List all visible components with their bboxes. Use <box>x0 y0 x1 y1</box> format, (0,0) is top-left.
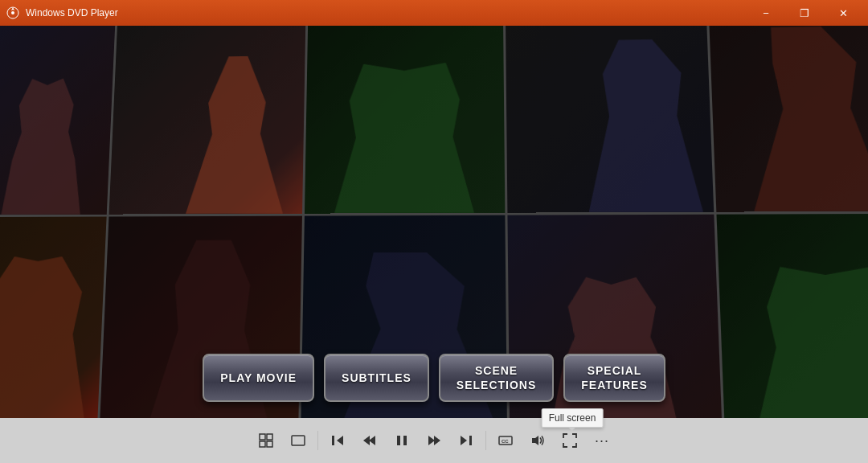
close-button[interactable]: ✕ <box>825 0 862 26</box>
fast-forward-button[interactable] <box>420 426 448 455</box>
svg-rect-3 <box>267 434 272 440</box>
svg-rect-4 <box>260 441 265 447</box>
captions-icon: CC <box>498 433 513 448</box>
app-title: Windows DVD Player <box>26 7 118 18</box>
subtitles-button[interactable]: SUBTITLES <box>324 354 429 402</box>
fullscreen-icon <box>563 433 577 448</box>
skip-back-button[interactable] <box>323 426 352 455</box>
svg-marker-15 <box>461 436 467 445</box>
panel-5 <box>708 26 868 212</box>
chapters-button[interactable] <box>252 426 280 455</box>
svg-rect-5 <box>267 441 272 447</box>
svg-rect-6 <box>292 436 305 445</box>
svg-rect-11 <box>397 436 400 445</box>
panel-2 <box>109 26 306 215</box>
control-bar: Full screen <box>0 418 868 463</box>
aspect-ratio-button[interactable] <box>284 426 313 455</box>
scene-selections-button[interactable]: SCENESELECTIONS <box>439 354 554 402</box>
captions-button[interactable]: CC <box>491 426 520 455</box>
special-features-button[interactable]: SPECIALFEATURES <box>563 354 665 402</box>
skip-forward-icon <box>459 433 473 448</box>
svg-rect-12 <box>403 436 407 445</box>
video-area: PLAY MOVIE SUBTITLES SCENESELECTIONS SPE… <box>0 26 868 418</box>
panel-1 <box>0 26 115 215</box>
menu-buttons-area: PLAY MOVIE SUBTITLES SCENESELECTIONS SPE… <box>0 354 868 402</box>
rewind-button[interactable] <box>355 426 384 455</box>
svg-marker-19 <box>532 436 538 445</box>
skip-back-icon <box>330 433 345 448</box>
title-bar-controls: − ❐ ✕ <box>747 0 862 26</box>
play-movie-button[interactable]: PLAY MOVIE <box>203 354 314 402</box>
svg-rect-8 <box>332 436 334 445</box>
aspect-ratio-icon <box>291 433 305 448</box>
svg-marker-9 <box>369 436 375 445</box>
more-icon: ··· <box>595 432 609 449</box>
panel-grid-wrapper <box>0 26 868 400</box>
more-options-button[interactable]: ··· <box>588 426 616 455</box>
fullscreen-tooltip: Full screen <box>542 408 604 428</box>
minimize-button[interactable]: − <box>747 0 784 26</box>
separator-2 <box>485 431 486 450</box>
fullscreen-button[interactable] <box>555 426 584 455</box>
restore-button[interactable]: ❐ <box>786 0 823 26</box>
svg-rect-16 <box>469 436 472 445</box>
title-bar-left: Windows DVD Player <box>6 6 118 19</box>
separator-1 <box>317 431 318 450</box>
title-bar: Windows DVD Player − ❐ ✕ <box>0 0 868 26</box>
rewind-icon <box>362 433 377 448</box>
svg-marker-7 <box>337 436 343 445</box>
pause-button[interactable] <box>387 426 416 455</box>
chapters-icon <box>259 433 273 448</box>
pause-icon <box>395 433 409 448</box>
svg-marker-13 <box>428 436 435 445</box>
fast-forward-icon <box>427 433 441 448</box>
svg-marker-10 <box>363 436 370 445</box>
svg-point-1 <box>11 11 14 14</box>
skip-forward-button[interactable] <box>452 426 481 455</box>
volume-icon <box>530 433 545 448</box>
panel-4 <box>505 26 714 213</box>
volume-button[interactable] <box>523 426 552 455</box>
svg-text:CC: CC <box>502 439 509 444</box>
panel-3 <box>305 26 505 214</box>
svg-marker-14 <box>434 436 440 445</box>
dvd-player-icon <box>6 6 19 19</box>
svg-rect-2 <box>260 434 265 440</box>
